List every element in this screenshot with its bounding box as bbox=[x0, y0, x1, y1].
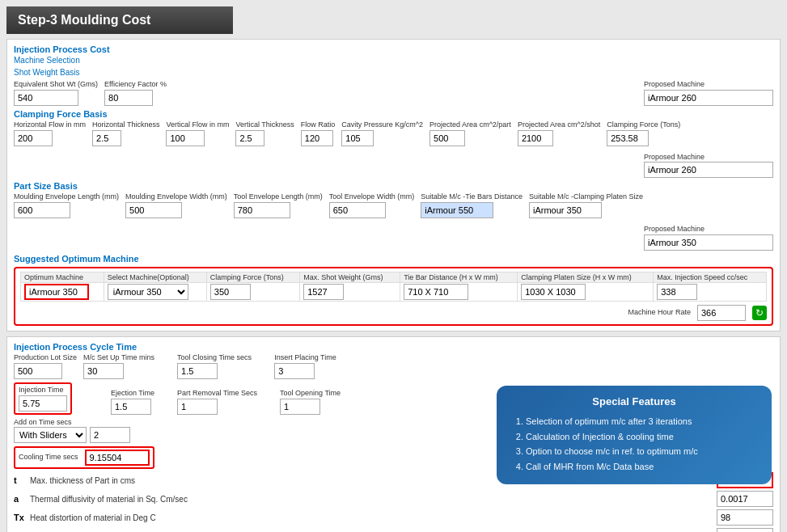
var-input-tm[interactable] bbox=[717, 528, 773, 532]
machine-hour-rate-input[interactable] bbox=[697, 305, 746, 321]
cycle-time-label: Injection Process Cycle Time bbox=[14, 342, 773, 352]
proposed-machine-input-2[interactable] bbox=[644, 162, 773, 178]
max-shot-weight-val[interactable] bbox=[303, 284, 344, 300]
proposed-machine-input-3[interactable] bbox=[644, 234, 773, 251]
ps-label-2: Tool Envelope Length (mm) bbox=[234, 192, 323, 201]
tool-closing-label: Tool Closing Time secs bbox=[177, 353, 252, 362]
var-row-tx: Tx Heat distortion of material in Deg C bbox=[14, 509, 773, 526]
ps-field-5: Suitable M/c -Clamping Platen Size bbox=[529, 192, 643, 218]
cf-input-5[interactable] bbox=[341, 130, 374, 146]
var-input-tx[interactable] bbox=[717, 509, 773, 526]
optimum-machine-row: iArmour 350 bbox=[21, 282, 767, 301]
cf-label-4: Flow Ratio bbox=[301, 120, 336, 129]
special-features-panel: Special Features Selection of optimum m/… bbox=[497, 386, 772, 484]
cf-input-1[interactable] bbox=[92, 130, 121, 146]
production-lot-label: Production Lot Size bbox=[14, 353, 77, 362]
machine-selection-label: Machine Selection bbox=[14, 56, 773, 65]
col-injection-speed: Max. Injection Speed cc/sec bbox=[654, 272, 767, 282]
ps-field-3: Tool Envelope Width (mm) bbox=[329, 192, 415, 218]
var-desc-a: Thermal diffusivity of material in Sq. C… bbox=[30, 495, 717, 504]
cooling-time-input[interactable] bbox=[85, 450, 150, 466]
ps-label-1: Moulding Envelope Width (mm) bbox=[125, 192, 227, 201]
proposed-machine-input-1[interactable] bbox=[644, 90, 773, 106]
cf-input-2[interactable] bbox=[166, 130, 205, 146]
select-machine-dropdown[interactable]: iArmour 350 bbox=[108, 284, 188, 300]
shot-weight-basis-label: Shot Weight Basis bbox=[14, 68, 773, 77]
ps-label-0: Moulding Envelope Length (mm) bbox=[14, 192, 119, 201]
insert-placing-input[interactable] bbox=[274, 363, 315, 379]
ps-field-1: Moulding Envelope Width (mm) bbox=[125, 192, 227, 218]
var-row-a: a Thermal diffusivity of material in Sq.… bbox=[14, 491, 773, 507]
injection-process-panel: Injection Process Cost Machine Selection… bbox=[6, 39, 781, 331]
production-lot-input[interactable] bbox=[14, 363, 62, 379]
ps-field-0: Moulding Envelope Length (mm) bbox=[14, 192, 119, 218]
clamping-force-val[interactable] bbox=[210, 284, 251, 300]
ps-input-0[interactable] bbox=[14, 202, 70, 218]
injection-time-group: Injection Time bbox=[14, 382, 72, 415]
injection-time-label: Injection Time bbox=[19, 386, 67, 395]
mc-setup-label: M/c Set Up Time mins bbox=[83, 353, 154, 362]
tie-bar-val[interactable] bbox=[404, 284, 468, 300]
proposed-machine-label-3: Proposed Machine bbox=[644, 225, 773, 234]
ps-input-2[interactable] bbox=[234, 202, 290, 218]
cf-field-7: Projected Area cm^2/shot bbox=[518, 120, 600, 146]
insert-placing-group: Insert Placing Time bbox=[274, 353, 336, 379]
optimum-machine-section: Optimum Machine Select Machine(Optional)… bbox=[14, 267, 773, 326]
mc-setup-input[interactable] bbox=[83, 363, 124, 379]
ps-field-2: Tool Envelope Length (mm) bbox=[234, 192, 323, 218]
optimum-machine-input[interactable] bbox=[24, 284, 89, 300]
cooling-time-label: Cooling Time secs bbox=[19, 453, 78, 462]
col-max-shot-weight: Max. Shot Weight (Gms) bbox=[300, 272, 400, 282]
equivalent-shot-wt-input[interactable] bbox=[14, 90, 78, 106]
var-desc-tx: Heat distortion of material in Deg C bbox=[30, 513, 717, 522]
cf-field-2: Vertical Flow in mm bbox=[166, 120, 229, 146]
ps-input-1[interactable] bbox=[125, 202, 182, 218]
cf-field-6: Projected Area cm^2/part bbox=[429, 120, 511, 146]
col-clamping-platen: Clamping Platen Size (H x W mm) bbox=[518, 272, 654, 282]
proposed-machine-label-2: Proposed Machine bbox=[644, 153, 773, 162]
add-on-time-dropdown[interactable]: With Sliders bbox=[14, 427, 87, 443]
shot-weight-row: Equivalent Shot Wt (Gms) Efficiency Fact… bbox=[14, 80, 773, 106]
cf-input-8[interactable] bbox=[607, 130, 649, 146]
ps-input-4[interactable] bbox=[421, 202, 493, 218]
ejection-time-input[interactable] bbox=[111, 399, 151, 415]
sf-item-3: Option to choose m/c in ref. to optimum … bbox=[526, 444, 759, 459]
sf-item-2: Calculation of Injection & cooling time bbox=[526, 429, 759, 445]
part-removal-input[interactable] bbox=[177, 399, 218, 415]
tool-opening-group: Tool Opening Time bbox=[280, 389, 341, 415]
var-symbol-a: a bbox=[14, 494, 30, 504]
machine-hour-rate-label: Machine Hour Rate bbox=[628, 308, 691, 317]
add-on-time-input[interactable] bbox=[90, 427, 130, 443]
cf-field-1: Horizontal Thickness bbox=[92, 120, 159, 146]
efficiency-factor-input[interactable] bbox=[104, 90, 153, 106]
tool-closing-input[interactable] bbox=[177, 363, 218, 379]
var-input-a[interactable] bbox=[717, 491, 773, 507]
injection-process-label: Injection Process Cost bbox=[14, 44, 773, 54]
cf-label-5: Cavity Pressure Kg/cm^2 bbox=[341, 120, 423, 129]
var-row-tm: Tm Temp of mould in Deg C bbox=[14, 528, 773, 532]
clamping-platen-val[interactable] bbox=[521, 284, 586, 300]
page-title: Step-3 Moulding Cost bbox=[6, 6, 233, 34]
tool-opening-input[interactable] bbox=[280, 399, 320, 415]
injection-time-input[interactable] bbox=[19, 395, 67, 412]
cf-input-0[interactable] bbox=[14, 130, 53, 146]
add-on-time-label: Add on Time secs bbox=[14, 418, 130, 427]
ps-input-3[interactable] bbox=[329, 202, 386, 218]
production-lot-group: Production Lot Size bbox=[14, 353, 77, 379]
refresh-icon[interactable]: ↻ bbox=[752, 306, 767, 320]
cf-label-0: Horizontal Flow in mm bbox=[14, 120, 86, 129]
insert-placing-label: Insert Placing Time bbox=[274, 353, 336, 362]
cf-label-7: Projected Area cm^2/shot bbox=[518, 120, 600, 129]
equivalent-shot-wt-group: Equivalent Shot Wt (Gms) bbox=[14, 80, 98, 106]
ps-field-4: Suitable M/c -Tie Bars Distance bbox=[421, 192, 523, 218]
optimum-machine-section-label: Suggested Optimum Machine bbox=[14, 254, 773, 264]
clamping-force-label: Clamping Force Basis bbox=[14, 109, 773, 119]
ps-input-5[interactable] bbox=[529, 202, 602, 218]
cf-input-3[interactable] bbox=[235, 130, 264, 146]
special-features-title: Special Features bbox=[510, 395, 759, 407]
injection-speed-val[interactable] bbox=[657, 284, 697, 300]
cf-input-6[interactable] bbox=[429, 130, 465, 146]
part-removal-label: Part Removal Time Secs bbox=[177, 389, 257, 398]
cf-input-4[interactable] bbox=[301, 130, 333, 146]
cf-input-7[interactable] bbox=[518, 130, 553, 146]
